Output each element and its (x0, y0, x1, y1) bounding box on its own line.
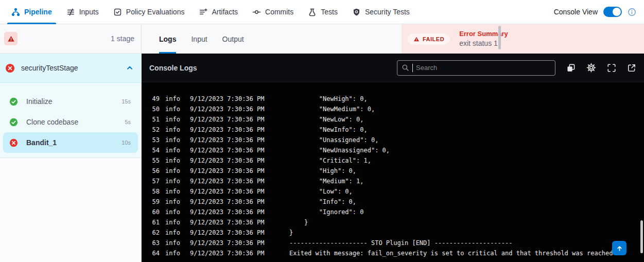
log-message: "Medium": 1, (289, 178, 364, 185)
stage-count: 1 stage (111, 34, 134, 43)
primary-nav: PipelineInputsPolicy EvaluationsArtifact… (0, 0, 417, 24)
log-message: "Low": 0, (289, 188, 353, 195)
log-level: info (165, 229, 181, 236)
nav-item-tests[interactable]: Tests (301, 0, 345, 24)
log-line: 52info9/12/2023 7:30:36 PM "NewInfo": 0, (142, 125, 644, 135)
console-body: 49info9/12/2023 7:30:36 PM "NewHigh": 0,… (142, 82, 644, 262)
log-line: 51info9/12/2023 7:30:36 PM "NewLow": 0, (142, 114, 644, 125)
fullscreen-icon[interactable] (607, 63, 616, 73)
nav-item-label: Policy Evaluations (126, 8, 185, 16)
log-timestamp: 9/12/2023 7:30:36 PM (190, 208, 266, 216)
stage-name: securityTestStage (21, 64, 78, 72)
console-view-toggle[interactable] (603, 7, 622, 17)
check-circle-icon (9, 97, 18, 106)
step-row-bandit-1[interactable]: Bandit_110s (3, 132, 138, 153)
nav-item-policy-evaluations[interactable]: Policy Evaluations (106, 0, 192, 24)
step-name: Initialize (26, 97, 53, 106)
log-search-box[interactable] (397, 60, 555, 76)
warning-triangle-icon (413, 36, 420, 42)
log-line-number: 50 (151, 106, 160, 113)
log-level: info (165, 157, 181, 164)
log-line-number: 60 (151, 208, 160, 216)
log-message: "Ignored": 0 (289, 208, 364, 216)
log-line: 53info9/12/2023 7:30:36 PM "Unassigned":… (142, 135, 644, 145)
log-timestamp: 9/12/2023 7:30:36 PM (190, 188, 266, 195)
stage-row-securityteststage[interactable]: securityTestStage (0, 54, 141, 83)
log-message: "Unassigned": 0, (289, 136, 378, 144)
detail-tabs: Logs Input Output (142, 24, 402, 54)
nav-item-label: Pipeline (24, 8, 52, 16)
error-panel-scrollbar[interactable] (498, 26, 501, 49)
log-message: "High": 0, (289, 167, 356, 174)
log-timestamp: 9/12/2023 7:30:36 PM (190, 136, 266, 144)
log-level: info (165, 188, 181, 195)
tab-logs[interactable]: Logs (154, 24, 181, 54)
text-caret (412, 64, 413, 72)
nav-item-commits[interactable]: Commits (245, 0, 301, 24)
log-level: info (165, 250, 181, 257)
log-message: "NewHigh": 0, (289, 95, 368, 102)
chevron-up-icon[interactable] (126, 64, 134, 72)
log-line-number: 51 (151, 116, 160, 123)
log-level: info (165, 136, 181, 144)
log-line: 57info9/12/2023 7:30:36 PM "Medium": 1, (142, 176, 644, 186)
log-timestamp: 9/12/2023 7:30:36 PM (190, 229, 266, 236)
nav-item-inputs[interactable]: Inputs (59, 0, 106, 24)
log-level: info (165, 239, 181, 247)
settings-icon[interactable] (586, 63, 596, 73)
step-duration: 5s (125, 119, 131, 125)
content: 1 stage securityTestStage Initialize15sC… (0, 24, 644, 262)
log-line-number: 53 (151, 136, 160, 144)
log-line-number: 62 (151, 229, 160, 236)
nav-item-security-tests[interactable]: Security Tests (345, 0, 417, 24)
tab-label: Logs (159, 35, 176, 43)
log-message: "NewUnassigned": 0, (289, 147, 390, 154)
copy-icon[interactable] (566, 63, 576, 73)
open-in-new-icon[interactable] (627, 63, 636, 73)
log-timestamp: 9/12/2023 7:30:36 PM (190, 147, 266, 154)
log-level: info (165, 198, 181, 205)
log-message: "Critical": 1, (289, 157, 371, 164)
sidebar-empty-area (0, 158, 141, 262)
log-line-number: 58 (151, 188, 160, 195)
step-row-initialize[interactable]: Initialize15s (3, 91, 138, 112)
step-row-clone-codebase[interactable]: Clone codebase5s (3, 112, 138, 132)
nav-item-label: Inputs (79, 8, 99, 16)
log-line-number: 59 (151, 198, 160, 205)
log-line: 62info9/12/2023 7:30:36 PM} (142, 228, 644, 238)
x-circle-icon (5, 63, 15, 73)
log-message: "NewLow": 0, (289, 116, 364, 123)
log-line-number: 56 (151, 167, 160, 174)
log-level: info (165, 208, 181, 216)
log-line-number: 63 (151, 239, 160, 247)
tab-input[interactable]: Input (186, 24, 212, 54)
log-level: info (165, 126, 181, 133)
log-level: info (165, 95, 181, 102)
scroll-to-top-button[interactable] (612, 241, 626, 255)
nav-right: Console View (554, 0, 644, 24)
log-line-number: 55 (151, 157, 160, 164)
step-name: Clone codebase (26, 118, 78, 126)
log-level: info (165, 167, 181, 174)
log-line: 61info9/12/2023 7:30:36 PM } (142, 217, 644, 228)
log-line: 64info9/12/2023 7:30:36 PMExited with me… (142, 248, 644, 258)
search-icon (402, 64, 409, 72)
nav-item-pipeline[interactable]: Pipeline (11, 0, 59, 24)
console-scrollbar[interactable] (640, 220, 643, 253)
log-message: "NewMedium": 0, (289, 106, 375, 113)
commits-icon (252, 8, 261, 16)
console-header: Console Logs (142, 54, 644, 82)
log-line-number: 64 (151, 250, 160, 257)
stage-error-badge (4, 32, 18, 45)
log-level: info (165, 219, 181, 226)
info-icon[interactable] (628, 8, 636, 16)
log-line-number: 49 (151, 95, 160, 102)
search-input[interactable] (416, 64, 551, 72)
tab-label: Input (191, 35, 207, 43)
log-level: info (165, 147, 181, 154)
nav-item-artifacts[interactable]: Artifacts (192, 0, 245, 24)
log-line-number: 52 (151, 126, 160, 133)
log-line: 55info9/12/2023 7:30:36 PM "Critical": 1… (142, 155, 644, 166)
tab-output[interactable]: Output (217, 24, 249, 54)
log-line-number: 61 (151, 219, 160, 226)
